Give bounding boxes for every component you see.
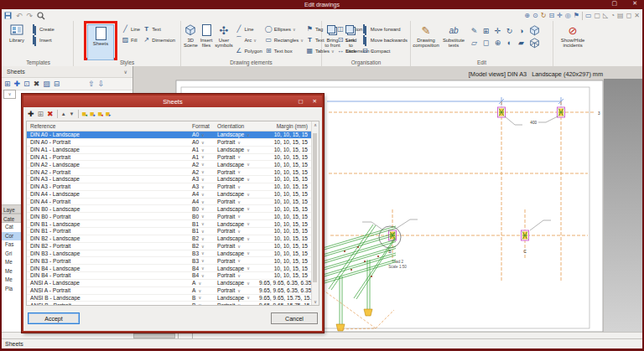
cancel-button[interactable]: Cancel <box>271 312 318 324</box>
table-row[interactable]: ANSI A - LandscapeA ∨Landscape ∨9.65, 9.… <box>27 280 319 287</box>
orientation-dropdown[interactable]: Portrait ∨ <box>217 183 259 189</box>
collapse-panel-icon[interactable]: ∨ <box>124 69 127 75</box>
orientation-dropdown[interactable]: Portrait ∨ <box>217 228 259 234</box>
import-library-icon[interactable]: ■◂ <box>82 110 86 118</box>
text-style-button[interactable]: T Text <box>143 24 175 34</box>
polygon-tool[interactable]: ∠Polygon <box>235 46 262 55</box>
export-library-icon[interactable]: ■● <box>90 110 94 118</box>
orientation-dropdown[interactable]: Portrait ∨ <box>217 243 259 249</box>
sidebar-tab[interactable]: Cate <box>2 214 22 223</box>
table-row[interactable]: DIN B0 - LandscapeB0 ∨Landscape ∨10, 10,… <box>27 205 319 213</box>
fill-style-button[interactable]: ▨ Fill <box>122 35 140 44</box>
redo-icon[interactable]: ↷ <box>27 12 34 20</box>
sheets-button[interactable]: Sheets <box>87 24 114 60</box>
orientation-dropdown[interactable]: Portrait ∨ <box>217 302 259 306</box>
wire-cube-icon[interactable] <box>529 38 540 49</box>
format-dropdown[interactable]: B3 ∨ <box>192 258 217 264</box>
format-dropdown[interactable]: A3 ∨ <box>192 176 217 182</box>
sheet-combo-chevron[interactable]: ∨ <box>3 90 16 99</box>
format-dropdown[interactable]: B2 ∨ <box>192 243 217 249</box>
format-dropdown[interactable]: B3 ∨ <box>192 250 217 256</box>
note-icon[interactable]: ◻ <box>626 12 632 20</box>
ellipses-tool[interactable]: ◯Ellipses∨ <box>265 24 304 34</box>
edit-brush-icon[interactable]: ▰ <box>516 37 527 48</box>
table-scroll-thumb[interactable] <box>313 133 317 282</box>
scroll-up-icon[interactable]: ∧ <box>312 122 319 127</box>
insert-button[interactable]: Insert <box>30 35 55 44</box>
sheets-panel-header[interactable]: Sheets ∨ <box>2 66 132 78</box>
format-dropdown[interactable]: B2 ∨ <box>192 235 217 241</box>
move-row-down-icon[interactable]: ▼ <box>70 110 75 118</box>
delete-sheet-icon[interactable]: ✖ <box>34 80 40 88</box>
copy-sheet-icon[interactable]: ⊞ <box>4 80 11 88</box>
format-dropdown[interactable]: B ∨ <box>192 295 217 301</box>
move-forward-button[interactable]: Move forward <box>361 24 408 34</box>
orientation-dropdown[interactable]: Landscape ∨ <box>217 295 259 301</box>
edit-move-icon[interactable]: ✛ <box>492 25 503 36</box>
orientation-dropdown[interactable]: Landscape ∨ <box>217 176 259 182</box>
center-view-icon[interactable]: ◎ <box>565 12 571 20</box>
move-sheet-down-icon[interactable]: ⇩ <box>98 80 105 88</box>
format-dropdown[interactable]: A0 ∨ <box>192 139 217 145</box>
duplicate-sheet-icon[interactable]: ⊡ <box>23 80 30 88</box>
table-row[interactable]: DIN A2 - LandscapeA2 ∨Landscape ∨10, 10,… <box>27 161 319 168</box>
user-symbols-button[interactable]: ✣ User symbols <box>215 22 232 58</box>
format-dropdown[interactable]: A4 ∨ <box>192 199 217 204</box>
scroll-down-icon[interactable]: ∨ <box>312 299 319 304</box>
line-tool[interactable]: ╱Line <box>235 24 262 34</box>
sidebar-item[interactable]: Me <box>2 258 22 267</box>
zoom-previous-icon[interactable]: ⊟ <box>548 12 554 20</box>
table-row[interactable]: DIN B2 - PortraitB2 ∨Portrait ∨10, 10, 1… <box>27 243 319 250</box>
add-row-icon[interactable]: ✚ <box>28 110 34 118</box>
orientation-dropdown[interactable]: Landscape ∨ <box>217 250 259 256</box>
copy-row-icon[interactable]: ⊞ <box>38 110 44 118</box>
orientation-dropdown[interactable]: Portrait ∨ <box>217 199 259 204</box>
table-row[interactable]: DIN B1 - LandscapeB1 ∨Landscape ∨10, 10,… <box>27 220 319 228</box>
format-dropdown[interactable]: B ∨ <box>192 302 217 306</box>
show-hide-incidents-button[interactable]: ⊘ Show/Hide incidents <box>556 22 589 58</box>
solid-cube-icon[interactable] <box>529 25 540 36</box>
table-row[interactable]: DIN B0 - PortraitB0 ∨Portrait ∨10, 10, 1… <box>27 213 319 220</box>
orientation-dropdown[interactable]: Portrait ∨ <box>217 154 259 160</box>
zoom-icon[interactable] <box>37 12 45 20</box>
table-scrollbar[interactable]: ∧ ∨ <box>311 121 319 305</box>
sheet-view-icon[interactable]: ▤ <box>617 12 624 20</box>
orientation-dropdown[interactable]: Landscape ∨ <box>217 235 259 241</box>
delete-row-icon[interactable]: ✖ <box>47 110 54 118</box>
edit-center-icon[interactable]: ⊕ <box>492 37 503 48</box>
arc-tool[interactable]: ⌒Arc∨ <box>235 35 262 44</box>
fullscreen-icon[interactable]: ▢ <box>595 12 601 20</box>
send-to-back-button[interactable]: Send to back <box>343 22 359 58</box>
edit-pencil-icon[interactable]: ✎ <box>469 25 480 36</box>
edit-area-icon[interactable]: ◻ <box>480 37 491 48</box>
setsquare-icon[interactable]: ◺ <box>603 12 608 20</box>
save-icon[interactable] <box>4 12 12 19</box>
move-row-up-icon[interactable]: ▲ <box>61 110 66 118</box>
create-button[interactable]: Create <box>30 24 55 34</box>
substitute-texts-button[interactable]: ab Substitute texts <box>441 22 466 58</box>
dialog-close-button[interactable]: ✕ <box>313 98 317 105</box>
table-row[interactable]: DIN A4 - PortraitA4 ∨Portrait ∨10, 10, 1… <box>27 199 319 206</box>
edit-invert-icon[interactable]: ◐ <box>504 37 515 48</box>
accept-button[interactable]: Accept <box>28 312 80 324</box>
dialog-title-bar[interactable]: Sheets ▢ ✕ <box>23 95 322 107</box>
sidebar-item[interactable]: Cat <box>2 223 22 232</box>
format-dropdown[interactable]: A1 ∨ <box>192 147 217 152</box>
orientation-dropdown[interactable]: Landscape ∨ <box>217 147 259 152</box>
orientation-dropdown[interactable]: Portrait ∨ <box>217 258 259 264</box>
orientation-dropdown[interactable]: Landscape ∨ <box>217 280 259 286</box>
orientation-dropdown[interactable]: Portrait ∨ <box>217 139 259 145</box>
zoom-window-icon[interactable]: ⊙ <box>532 12 538 20</box>
format-dropdown[interactable]: B1 ∨ <box>192 228 217 234</box>
table-row[interactable]: DIN A3 - LandscapeA3 ∨Landscape ∨10, 10,… <box>27 176 319 183</box>
sidebar-item[interactable]: Pla <box>2 285 22 294</box>
dimension-style-button[interactable]: ↗ Dimension <box>143 35 175 44</box>
orientation-dropdown[interactable]: Portrait ∨ <box>217 287 259 293</box>
edit-rotate-icon[interactable]: ↻ <box>504 25 515 36</box>
edit-copy-icon[interactable]: ⊞ <box>480 25 491 36</box>
dialog-maximize-button[interactable]: ▢ <box>298 98 303 105</box>
table-row[interactable]: ANSI B - LandscapeB ∨Landscape ∨9.65, 9.… <box>27 295 319 302</box>
format-dropdown[interactable]: A2 ∨ <box>192 169 217 175</box>
redraw-icon[interactable]: ↻ <box>541 12 547 20</box>
print-sheet-icon[interactable]: ⊟ <box>54 80 60 88</box>
